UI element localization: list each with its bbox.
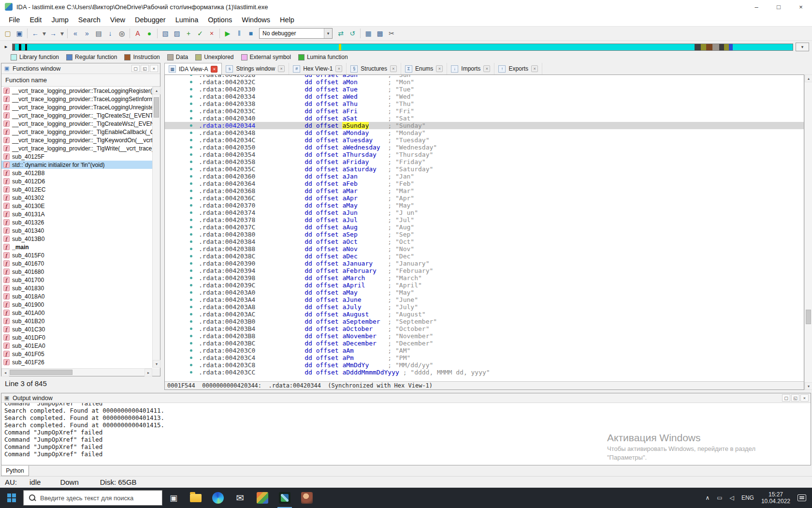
scroll-down-icon[interactable]: ▾ bbox=[153, 360, 160, 368]
jump-previous-button[interactable]: « bbox=[70, 28, 81, 39]
disasm-line[interactable]: .rdata:00420328 dd offset aSun ; "Sun" bbox=[165, 75, 804, 78]
functions-window-titlebar[interactable]: ▣ Functions window ▢ ◱ × bbox=[1, 63, 160, 74]
functions-vertical-scrollbar[interactable]: ▴ ▾ bbox=[152, 87, 160, 368]
navband-scroll-button[interactable]: ▶ bbox=[2, 44, 10, 51]
disasm-line[interactable]: .rdata:004203C0 dd offset aAm ; "AM" bbox=[165, 347, 804, 354]
disasm-line[interactable]: .rdata:00420360 dd offset aJan ; "Jan" bbox=[165, 173, 804, 180]
tab-strings-window[interactable]: sStrings window× bbox=[222, 63, 289, 75]
jump-next-button[interactable]: » bbox=[81, 28, 93, 39]
disasm-line[interactable]: .rdata:0042032C dd offset aMon ; "Mon" bbox=[165, 78, 804, 86]
tab-close-icon[interactable]: × bbox=[278, 65, 285, 72]
navigation-band[interactable] bbox=[12, 44, 793, 51]
menu-options[interactable]: Options bbox=[203, 16, 237, 24]
back-history-button[interactable]: ▾ bbox=[41, 28, 47, 39]
disasm-line[interactable]: .rdata:00420344 dd offset aSunday ; "Sun… bbox=[165, 122, 804, 129]
functions-horizontal-scrollbar[interactable]: ◂ ▸ bbox=[1, 368, 152, 376]
function-row[interactable]: f__vcrt_trace_logging_provider::TraceLog… bbox=[1, 103, 152, 111]
function-row[interactable]: fsub_40131A bbox=[1, 210, 152, 218]
menu-lumina[interactable]: Lumina bbox=[171, 16, 203, 24]
disasm-vertical-scrollbar[interactable]: ▴ ▾ bbox=[804, 75, 812, 390]
disasm-line[interactable]: .rdata:004203A8 dd offset aJuly ; "July" bbox=[165, 303, 804, 311]
stop-process-button[interactable]: ■ bbox=[245, 28, 257, 39]
volume-icon[interactable]: ◁ bbox=[730, 494, 734, 501]
taskbar-search-box[interactable]: Введите здесь текст для поиска bbox=[23, 490, 162, 506]
tab-close-icon[interactable]: × bbox=[390, 65, 397, 72]
disasm-line[interactable]: .rdata:00420370 dd offset aMay ; "May" bbox=[165, 202, 804, 209]
tab-exports[interactable]: ↑Exports× bbox=[494, 63, 542, 75]
language-indicator[interactable]: ENG bbox=[741, 494, 754, 501]
edge-button[interactable] bbox=[207, 488, 229, 508]
disasm-line[interactable]: .rdata:00420334 dd offset aWed ; "Wed" bbox=[165, 93, 804, 100]
disasm-line[interactable]: .rdata:00420340 dd offset aSat ; "Sat" bbox=[165, 115, 804, 122]
function-row[interactable]: f__vcrt_trace_logging_provider::_TlgCrea… bbox=[1, 111, 152, 120]
disasm-line[interactable]: .rdata:004203A0 dd offset aMay ; "May" bbox=[165, 289, 804, 296]
disasm-line[interactable]: .rdata:00420350 dd offset aWednesday ; "… bbox=[165, 144, 804, 151]
minimize-button[interactable]: – bbox=[745, 0, 768, 14]
search-button[interactable]: ◎ bbox=[116, 28, 128, 39]
windows-list-button[interactable]: ▩ bbox=[374, 28, 386, 39]
function-row[interactable]: fsub_40130E bbox=[1, 202, 152, 210]
menu-jump[interactable]: Jump bbox=[46, 16, 73, 24]
navband-zoom-dropdown[interactable]: ▾ bbox=[796, 43, 809, 51]
disasm-line[interactable]: .rdata:00420364 dd offset aFeb ; "Feb" bbox=[165, 180, 804, 187]
function-row[interactable]: fsub_4013B0 bbox=[1, 235, 152, 243]
python-tab[interactable]: Python bbox=[1, 465, 29, 476]
forward-history-button[interactable]: ▾ bbox=[59, 28, 65, 39]
clock[interactable]: 15:27 10.04.2022 bbox=[761, 491, 790, 505]
delete-function-button[interactable]: × bbox=[206, 28, 218, 39]
start-button[interactable] bbox=[0, 488, 23, 508]
scrollbar-thumb[interactable] bbox=[154, 97, 159, 118]
function-row[interactable]: fsub_4012EC bbox=[1, 185, 152, 194]
function-row[interactable]: fsub_401B20 bbox=[1, 317, 152, 325]
panel-float-button[interactable]: ◱ bbox=[791, 394, 799, 402]
new-file-button[interactable]: ▢ bbox=[2, 28, 14, 39]
jump-address-button[interactable]: ↓ bbox=[104, 28, 116, 39]
disasm-line[interactable]: .rdata:0042033C dd offset aFri ; "Fri" bbox=[165, 107, 804, 115]
function-row[interactable]: fsub_401F26 bbox=[1, 358, 152, 366]
debugger-select[interactable]: No debugger▾ bbox=[259, 28, 333, 39]
function-row[interactable]: f__vcrt_trace_logging_provider::_TlgCrea… bbox=[1, 120, 152, 128]
disasm-line[interactable]: .rdata:0042037C dd offset aAug ; "Aug" bbox=[165, 224, 804, 231]
disasm-line[interactable]: .rdata:0042035C dd offset aSaturday ; "S… bbox=[165, 165, 804, 173]
refresh-memory-button[interactable]: ↺ bbox=[347, 28, 358, 39]
disasm-line[interactable]: .rdata:004203AC dd offset aAugust ; "Aug… bbox=[165, 311, 804, 318]
function-row[interactable]: fsub_401DF0 bbox=[1, 333, 152, 342]
notification-center-icon[interactable] bbox=[798, 494, 806, 501]
tab-close-icon[interactable]: × bbox=[211, 66, 218, 73]
function-row[interactable]: f_main bbox=[1, 243, 152, 251]
menu-view[interactable]: View bbox=[105, 16, 130, 24]
function-row[interactable]: f__vcrt_trace_logging_provider::TraceLog… bbox=[1, 95, 152, 103]
menu-search[interactable]: Search bbox=[73, 16, 105, 24]
disasm-line[interactable]: .rdata:004203CC dd offset aDdddMmmmDdYyy… bbox=[165, 369, 804, 376]
navigate-forward-button[interactable]: → bbox=[47, 28, 59, 39]
analysis-indicator-button[interactable]: ● bbox=[144, 28, 155, 39]
photos-button[interactable] bbox=[251, 488, 274, 508]
function-row[interactable]: fsub_401700 bbox=[1, 276, 152, 284]
disasm-line[interactable]: .rdata:004203C4 dd offset aPm ; "PM" bbox=[165, 354, 804, 361]
function-row[interactable]: fsub_401302 bbox=[1, 194, 152, 202]
graph-view-button[interactable]: ▧ bbox=[160, 28, 171, 39]
disasm-line[interactable]: .rdata:00420358 dd offset aFriday ; "Fri… bbox=[165, 158, 804, 165]
function-row[interactable]: f__vcrt_trace_logging_provider::_TlgEnab… bbox=[1, 128, 152, 136]
ascii-strings-button[interactable]: A bbox=[132, 28, 144, 39]
function-row[interactable]: fsub_4012B8 bbox=[1, 169, 152, 177]
disasm-line[interactable]: .rdata:00420354 dd offset aThursday ; "T… bbox=[165, 151, 804, 158]
output-window-titlebar[interactable]: ▣ Output window ▢ ◱ × bbox=[1, 393, 811, 403]
disasm-line[interactable]: .rdata:0042038C dd offset aDec ; "Dec" bbox=[165, 253, 804, 260]
function-row[interactable]: f__vcrt_trace_logging_provider::_TlgKeyw… bbox=[1, 136, 152, 144]
function-row[interactable]: fsub_401830 bbox=[1, 284, 152, 292]
disasm-line[interactable]: .rdata:0042039C dd offset aApril ; "Apri… bbox=[165, 282, 804, 289]
tab-imports[interactable]: ↓Imports× bbox=[447, 63, 494, 75]
function-row[interactable]: fsub_401EA0 bbox=[1, 342, 152, 350]
pause-process-button[interactable]: ‖ bbox=[233, 28, 245, 39]
tab-close-icon[interactable]: × bbox=[335, 65, 342, 72]
tab-ida-view-a[interactable]: ▦IDA View-A× bbox=[164, 63, 222, 75]
tab-close-icon[interactable]: × bbox=[483, 65, 490, 72]
function-row[interactable]: fsub_40125F bbox=[1, 152, 152, 161]
menu-help[interactable]: Help bbox=[275, 16, 299, 24]
tab-close-icon[interactable]: × bbox=[436, 65, 443, 72]
display-tray-icon[interactable]: ▭ bbox=[717, 494, 722, 501]
snippets-button[interactable]: ✂ bbox=[386, 28, 397, 39]
save-button[interactable]: ▣ bbox=[14, 28, 25, 39]
function-row[interactable]: fsub_401326 bbox=[1, 218, 152, 226]
